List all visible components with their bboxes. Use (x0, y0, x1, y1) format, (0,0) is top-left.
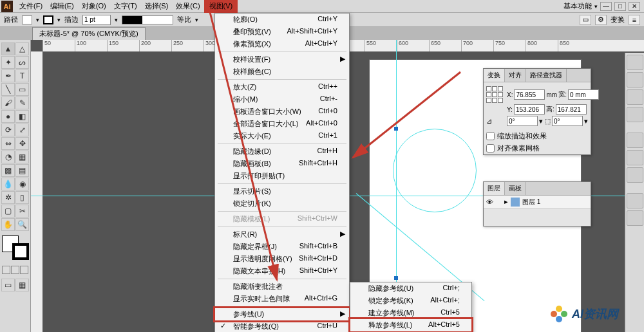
appearance-panel-icon[interactable] (627, 193, 643, 208)
type-tool[interactable]: T (15, 69, 29, 82)
submenu-item[interactable]: 锁定参考线(K)Alt+Ctrl+; (350, 295, 471, 307)
wand-tool[interactable]: ✦ (1, 56, 15, 69)
menu-type[interactable]: 文字(T) (110, 0, 141, 12)
perspective-tool[interactable]: ▦ (15, 151, 29, 163)
fill-swatch[interactable] (22, 15, 32, 24)
menu-item[interactable]: 全部适合窗口大小(L)Alt+Ctrl+0 (215, 118, 349, 130)
align-icon[interactable]: ≡ (629, 15, 640, 25)
artboards-tab[interactable]: 画板 (505, 182, 526, 195)
rotate-input[interactable] (507, 116, 538, 126)
direct-select-tool[interactable]: △ (15, 42, 29, 55)
swatches-panel-icon[interactable] (627, 72, 643, 88)
stroke-weight-input[interactable] (82, 15, 111, 25)
document-tab[interactable]: 未标题-5* @ 70% (CMYK/预览) (32, 27, 146, 40)
menu-item[interactable]: 显示切片(S) (215, 185, 349, 198)
submenu-item[interactable]: 建立参考线(M)Ctrl+5 (350, 307, 471, 319)
pref-icon[interactable]: ⚙ (595, 15, 607, 25)
menu-item[interactable]: 隐藏定界框(J)Shift+Ctrl+B (215, 241, 349, 253)
pathfinder-tab[interactable]: 路径查找器 (526, 69, 567, 82)
color-panel-icon[interactable] (627, 55, 643, 70)
anchor-bottom[interactable] (394, 276, 398, 280)
slice-tool[interactable]: ✂ (15, 205, 29, 217)
layer-row[interactable]: 👁 ▸ 图层 1 (484, 196, 591, 208)
workspace-label[interactable]: 基本功能 (564, 1, 592, 11)
menu-view[interactable]: 视图(V) (204, 0, 238, 14)
h-input[interactable] (556, 104, 587, 115)
layers-tab[interactable]: 图层 (484, 182, 505, 195)
x-input[interactable] (514, 89, 545, 100)
menu-item[interactable]: 校样颜色(C) (215, 66, 349, 78)
menu-item[interactable]: 放大(Z)Ctrl++ (215, 81, 349, 93)
stroke-panel-icon[interactable] (627, 133, 643, 148)
menu-item[interactable]: 像素预览(X)Alt+Ctrl+Y (215, 38, 349, 50)
brush-tool[interactable]: 🖌 (1, 97, 15, 109)
none-mode-btn[interactable] (20, 266, 28, 274)
fill-stroke-control[interactable] (2, 235, 29, 260)
menu-item[interactable]: 显示实时上色间隙Alt+Ctrl+G (215, 293, 349, 305)
menu-item[interactable]: 校样设置(F)▶ (215, 53, 349, 66)
eyedropper-tool[interactable]: 💧 (1, 178, 15, 190)
menu-item[interactable]: 隐藏渐变批注者 (215, 281, 349, 293)
doc-setup-icon[interactable]: ▭ (580, 15, 591, 25)
symbols-panel-icon[interactable] (627, 107, 643, 122)
gradient-tool[interactable]: ▤ (15, 164, 29, 177)
transparency-panel-icon[interactable] (627, 167, 643, 183)
screen-mode-btn[interactable]: ▭ (1, 279, 15, 291)
selection-tool[interactable]: ▲ (1, 42, 15, 55)
graphic-styles-panel-icon[interactable] (627, 210, 643, 226)
shear-input[interactable] (552, 116, 583, 126)
circle-path[interactable] (393, 129, 477, 212)
menu-item[interactable]: 叠印预览(V)Alt+Shift+Ctrl+Y (215, 26, 349, 38)
stroke-swatch[interactable] (43, 15, 53, 24)
menu-item[interactable]: 隐藏画板(B)Shift+Ctrl+H (215, 158, 349, 170)
menu-object[interactable]: 对象(O) (78, 0, 110, 12)
y-input[interactable] (514, 104, 545, 115)
blend-tool[interactable]: ◉ (15, 178, 29, 190)
window-close[interactable]: ✕ (629, 2, 640, 11)
eraser-tool[interactable]: ◧ (15, 110, 29, 123)
transform-tab[interactable]: 变换 (484, 69, 505, 82)
menu-item[interactable]: 隐藏文本串接(H)Shift+Ctrl+Y (215, 265, 349, 277)
menu-item[interactable]: 画板适合窗口大小(W)Ctrl+0 (215, 106, 349, 118)
brush-preview[interactable] (122, 15, 173, 24)
rotate-tool[interactable]: ⟳ (1, 124, 15, 136)
free-transform-tool[interactable]: ✥ (15, 137, 29, 150)
menu-select[interactable]: 选择(S) (141, 0, 173, 12)
lasso-tool[interactable]: ᔕ (15, 56, 29, 69)
blob-tool[interactable]: ● (1, 110, 15, 123)
shape-builder-tool[interactable]: ◔ (1, 151, 15, 163)
scale-tool[interactable]: ⤢ (15, 124, 29, 136)
screen-mode-toggle[interactable]: ▦ (15, 279, 29, 291)
scale-strokes-checkbox[interactable] (486, 132, 495, 140)
visibility-icon[interactable]: 👁 (484, 198, 495, 206)
reference-point[interactable] (486, 86, 503, 103)
menu-effect[interactable]: 效果(C) (172, 0, 204, 12)
align-tab[interactable]: 对齐 (505, 69, 526, 82)
menu-file[interactable]: 文件(F) (15, 0, 46, 12)
gradient-mode-btn[interactable] (11, 266, 19, 274)
pencil-tool[interactable]: ✎ (15, 97, 29, 109)
menu-item[interactable]: 锁定切片(K) (215, 198, 349, 210)
window-minimize[interactable]: — (600, 2, 612, 11)
submenu-item[interactable]: 释放参考线(L)Alt+Ctrl+5 (350, 319, 471, 331)
color-mode-btn[interactable] (2, 266, 10, 274)
artboard-tool[interactable]: ▢ (1, 205, 15, 217)
window-maximize[interactable]: □ (614, 2, 626, 11)
menu-item[interactable]: 标尺(R)▶ (215, 228, 349, 241)
zoom-tool[interactable]: 🔍 (15, 218, 29, 231)
brushes-panel-icon[interactable] (627, 89, 643, 105)
rect-tool[interactable]: ▭ (15, 83, 29, 96)
line-tool[interactable]: ╲ (1, 83, 15, 96)
symbol-tool[interactable]: ✲ (1, 191, 15, 204)
w-input[interactable] (568, 89, 599, 100)
menu-item[interactable]: 实际大小(E)Ctrl+1 (215, 130, 349, 142)
submenu-item[interactable]: 隐藏参考线(U)Ctrl+; (350, 282, 471, 295)
anchor-top[interactable] (394, 127, 398, 131)
align-pixel-checkbox[interactable] (486, 144, 495, 152)
menu-item[interactable]: 显示打印拼贴(T) (215, 170, 349, 182)
menu-item[interactable]: 隐藏边缘(D)Ctrl+H (215, 145, 349, 158)
gradient-panel-icon[interactable] (627, 150, 643, 165)
menu-item[interactable]: 缩小(M)Ctrl+- (215, 93, 349, 106)
width-tool[interactable]: ⇔ (1, 137, 15, 150)
menu-item[interactable]: 隐藏模板(L)Shift+Ctrl+W (215, 213, 349, 225)
